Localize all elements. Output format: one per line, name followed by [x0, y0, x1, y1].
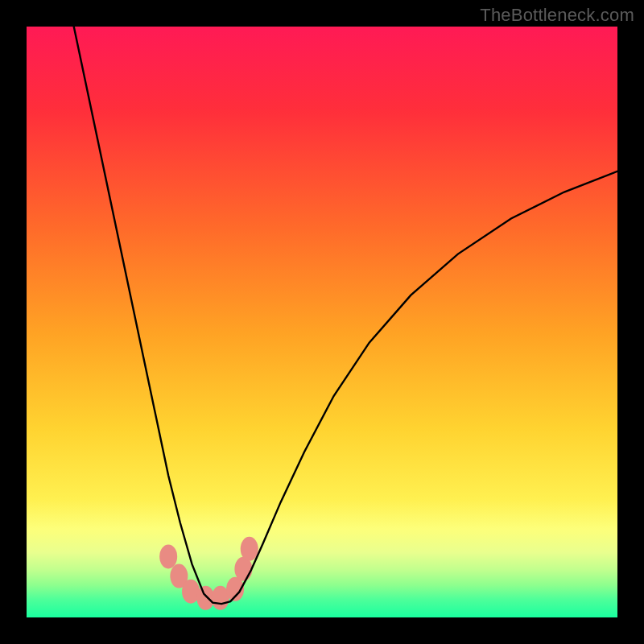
watermark-text: TheBottleneck.com — [480, 5, 634, 26]
plot-area — [27, 27, 617, 617]
bottleneck-curve — [74, 27, 617, 604]
chart-stage: TheBottleneck.com — [0, 0, 644, 644]
curve-marker — [159, 544, 177, 568]
curve-layer — [27, 27, 617, 617]
curve-marker — [241, 537, 258, 561]
